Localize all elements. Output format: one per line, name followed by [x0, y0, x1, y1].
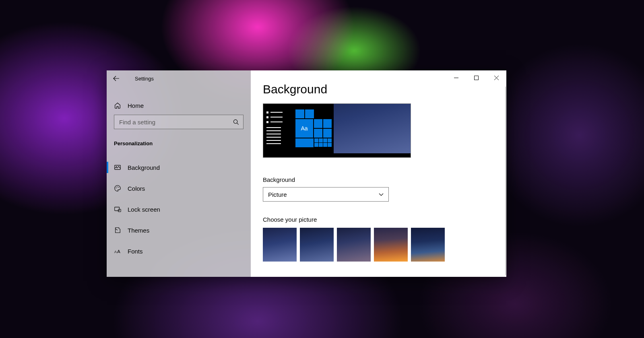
choose-picture-label: Choose your picture [263, 216, 494, 223]
home-icon [114, 102, 121, 109]
picture-thumbnails [263, 228, 494, 262]
search-box[interactable] [114, 115, 244, 129]
settings-window: Settings Home Personalization Background [107, 70, 506, 277]
dropdown-value: Picture [268, 191, 287, 198]
maximize-icon [474, 76, 479, 80]
nav-label: Background [128, 164, 160, 171]
search-input[interactable] [119, 119, 233, 126]
svg-point-3 [116, 188, 117, 188]
svg-text:A: A [117, 249, 120, 254]
sidebar-item-colors[interactable]: Colors [107, 178, 251, 199]
section-heading: Personalization [107, 132, 251, 150]
chevron-down-icon [379, 192, 384, 197]
picture-thumb[interactable] [300, 228, 334, 262]
themes-icon [114, 227, 121, 234]
svg-text:A: A [114, 250, 117, 254]
nav-list: Background Colors Lock screen Themes AA … [107, 150, 251, 262]
preview-sample-text: Aa [295, 119, 313, 138]
desktop-preview: Aa [263, 103, 411, 158]
svg-point-2 [116, 166, 117, 167]
picture-thumb[interactable] [374, 228, 408, 262]
picture-thumb[interactable] [337, 228, 371, 262]
close-icon [494, 76, 499, 80]
sidebar-item-fonts[interactable]: AA Fonts [107, 241, 251, 262]
background-dropdown[interactable]: Picture [263, 187, 389, 202]
sidebar-item-home[interactable]: Home [107, 96, 251, 115]
window-title: Settings [135, 76, 154, 82]
picture-thumb[interactable] [263, 228, 297, 262]
palette-icon [114, 185, 121, 192]
minimize-icon [454, 76, 458, 80]
sidebar-item-themes[interactable]: Themes [107, 220, 251, 241]
titlebar: Settings [107, 70, 251, 87]
sidebar-item-lockscreen[interactable]: Lock screen [107, 199, 251, 220]
svg-point-0 [233, 120, 237, 123]
svg-rect-6 [115, 207, 120, 211]
nav-label: Themes [128, 227, 149, 234]
fonts-icon: AA [114, 247, 121, 255]
picture-icon [114, 164, 121, 171]
home-label: Home [128, 102, 144, 109]
svg-rect-10 [474, 76, 478, 80]
sidebar-item-background[interactable]: Background [107, 157, 251, 178]
sidebar: Settings Home Personalization Background [107, 70, 251, 277]
nav-label: Fonts [128, 248, 143, 255]
svg-point-5 [118, 187, 119, 188]
scrollbar[interactable] [505, 87, 506, 275]
content-pane: Background Aa [251, 70, 506, 277]
lockscreen-icon [114, 206, 121, 213]
back-arrow-icon [113, 75, 120, 82]
picture-thumb[interactable] [411, 228, 445, 262]
nav-label: Lock screen [128, 206, 160, 213]
window-controls [446, 70, 506, 85]
back-button[interactable] [107, 70, 126, 87]
nav-label: Colors [128, 185, 145, 192]
close-button[interactable] [486, 70, 506, 85]
svg-point-4 [117, 187, 118, 188]
minimize-button[interactable] [446, 70, 466, 85]
search-icon [233, 119, 239, 125]
desktop-wallpaper: Settings Home Personalization Background [0, 0, 644, 338]
maximize-button[interactable] [466, 70, 486, 85]
background-field-label: Background [263, 176, 494, 183]
